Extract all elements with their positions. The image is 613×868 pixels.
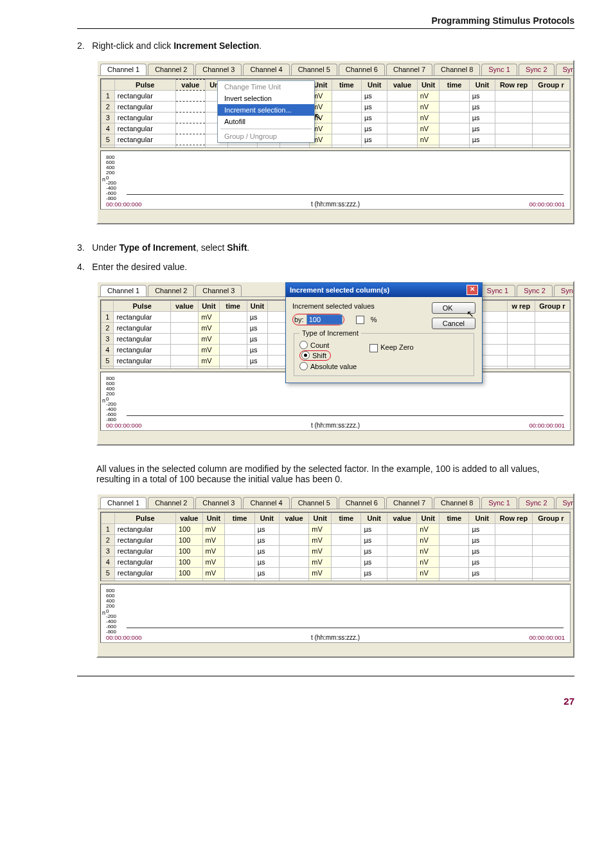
table-row[interactable]: 4rectangular100mVµsmVµsnVµs — [102, 557, 570, 568]
menu-change-time-unit: Change Time Unit — [218, 81, 314, 93]
percent-label: % — [371, 316, 377, 323]
cancel-button[interactable]: Cancel — [432, 318, 475, 329]
table-row[interactable]: 1rectangular100mVµsmVµsnVµs — [102, 524, 570, 535]
grid-3[interactable]: PulsevalueUnittimeUnitvalueUnittimeUnitv… — [100, 512, 571, 581]
tab-channel-1[interactable]: Channel 1 — [100, 285, 147, 296]
tab-channel-1[interactable]: Channel 1 — [100, 497, 147, 509]
grid-1[interactable]: PulsevalueUnittimeUnitvalueUnittimeUnitv… — [100, 78, 571, 148]
increment-dialog: Increment selected column(s) ✕ OK Cancel… — [285, 282, 483, 383]
editor-panel-3: Channel 1 Channel 2 Channel 3 Channel 4 … — [96, 493, 574, 658]
step-4: 4. Enter the desired value. — [77, 262, 574, 272]
tab-channel-2[interactable]: Channel 2 — [148, 64, 194, 75]
menu-autofill[interactable]: Autofill — [218, 116, 314, 127]
waveform-3: 800 600 400 200 0 -200 -400 -600 -800 n … — [100, 584, 571, 643]
step-2: 2. Right-click and click Increment Selec… — [77, 41, 574, 51]
tab-channel-2[interactable]: Channel 2 — [148, 285, 194, 296]
table-row[interactable]: 5rectangular100mVµsmVµsnVµs — [102, 568, 570, 579]
table-row[interactable]: 4rectangularmVµsnVµs — [102, 123, 570, 134]
percent-checkbox[interactable] — [356, 316, 364, 324]
tab-sync-1[interactable]: Sync 1 — [480, 285, 516, 296]
tab-channel-8[interactable]: Channel 8 — [434, 497, 480, 509]
step-3: 3. Under Type of Increment, select Shift… — [77, 242, 574, 253]
tab-channel-4[interactable]: Channel 4 — [243, 64, 289, 75]
by-label: by: — [294, 316, 304, 323]
table-row[interactable]: 3rectangular100mVµsmVµsnVµs — [102, 546, 570, 557]
radio-absolute[interactable] — [299, 362, 308, 370]
table-row[interactable]: 2rectangularmVµsnVµs — [102, 102, 570, 113]
x-label: t (hh:mm:ss:zzz.) — [101, 201, 570, 208]
tab-channel-6[interactable]: Channel 6 — [339, 497, 385, 509]
editor-panel-2: Channel 1 Channel 2 Channel 3 annel 8 Sy… — [96, 281, 574, 446]
keep-zero-checkbox[interactable] — [369, 344, 378, 352]
by-highlight: by: 100 — [292, 314, 344, 325]
step-bold: Increment Selection — [173, 41, 259, 51]
by-input[interactable]: 100 — [306, 314, 342, 325]
tab-channel-6[interactable]: Channel 6 — [339, 64, 385, 75]
table-row[interactable]: 2rectangular100mVµsmVµsnVµs — [102, 535, 570, 546]
context-menu: Change Time Unit Invert selection Increm… — [217, 80, 315, 143]
menu-increment-selection[interactable]: Increment selection... — [218, 104, 314, 116]
tab-sync-1[interactable]: Sync 1 — [481, 497, 517, 509]
explanation-text: All values in the selected column are mo… — [96, 464, 574, 484]
table-row[interactable]: 5rectangularmVµsnVµs — [102, 134, 570, 145]
channel-tabs-3: Channel 1 Channel 2 Channel 3 Channel 4 … — [98, 494, 573, 509]
tab-sync-3[interactable]: Sync 3 — [556, 64, 573, 75]
tab-channel-1[interactable]: Channel 1 — [100, 64, 147, 75]
tab-channel-3[interactable]: Channel 3 — [195, 64, 242, 75]
table-row[interactable]: 3rectangularmVµsnVµs — [102, 113, 570, 123]
tab-channel-8[interactable]: Channel 8 — [434, 64, 480, 75]
footer-rule — [77, 676, 574, 676]
table-row[interactable]: 6rectangular100mVµsmVµsnVµs — [102, 579, 570, 582]
ok-button[interactable]: OK — [432, 302, 475, 314]
page-number: 27 — [77, 696, 574, 707]
tab-sync-2[interactable]: Sync 2 — [517, 285, 553, 296]
table-row[interactable]: 6rectangularmVµsnVµs — [102, 145, 570, 149]
menu-invert-selection[interactable]: Invert selection — [218, 93, 314, 104]
radio-shift[interactable] — [301, 351, 310, 359]
tab-channel-4[interactable]: Channel 4 — [243, 497, 289, 509]
step-num: 2. — [77, 41, 85, 51]
radio-count[interactable] — [299, 341, 308, 349]
tab-channel-3[interactable]: Channel 3 — [195, 285, 242, 296]
step-text: Right-click and click — [92, 41, 173, 51]
table-row[interactable]: 1rectangularmVµsnVµs — [102, 91, 570, 102]
tab-sync-3[interactable]: Sync 3 — [554, 285, 573, 296]
tab-channel-3[interactable]: Channel 3 — [195, 497, 242, 509]
channel-tabs: Channel 1 Channel 2 Channel 3 Channel 4 … — [98, 61, 573, 76]
tab-channel-7[interactable]: Channel 7 — [386, 64, 432, 75]
header-rule — [77, 28, 574, 29]
tab-channel-7[interactable]: Channel 7 — [386, 497, 432, 509]
tab-sync-2[interactable]: Sync 2 — [519, 64, 555, 75]
type-of-increment-group: Type of Increment Count Shift Absolute v… — [294, 329, 474, 376]
tab-channel-2[interactable]: Channel 2 — [148, 497, 194, 509]
tab-sync-3[interactable]: Sync 3 — [556, 497, 573, 509]
tab-sync-1[interactable]: Sync 1 — [481, 64, 517, 75]
dialog-title: Increment selected column(s) — [290, 286, 389, 294]
group-legend: Type of Increment — [299, 329, 361, 337]
tab-channel-5[interactable]: Channel 5 — [291, 64, 337, 75]
tab-channel-5[interactable]: Channel 5 — [291, 497, 337, 509]
editor-panel-1: Channel 1 Channel 2 Channel 3 Channel 4 … — [96, 60, 574, 224]
running-head: Programming Stimulus Protocols — [77, 15, 574, 26]
tab-sync-2[interactable]: Sync 2 — [519, 497, 555, 509]
dialog-close-button[interactable]: ✕ — [466, 285, 478, 295]
waveform-1: 800 600 400 200 0 -200 -400 -600 -800 n … — [100, 150, 571, 210]
shift-highlight: Shift — [299, 350, 331, 361]
menu-group-ungroup: Group / Ungroup — [218, 131, 314, 142]
